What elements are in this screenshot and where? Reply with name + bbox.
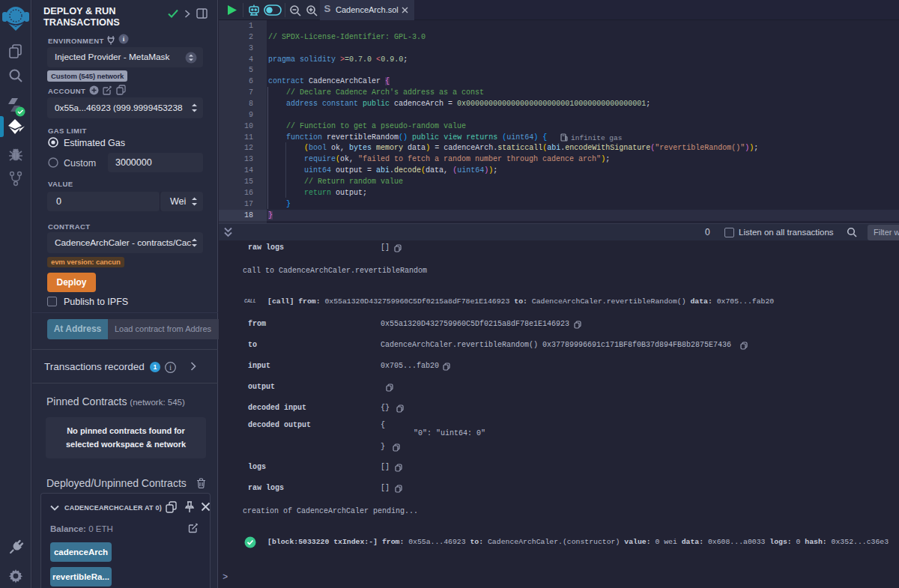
svg-text:1: 1 bbox=[154, 363, 157, 371]
svg-text:i: i bbox=[169, 364, 172, 372]
